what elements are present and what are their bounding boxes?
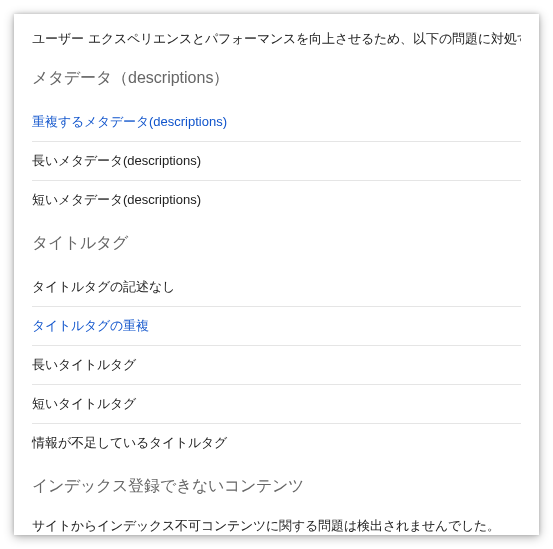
item-insufficient-titletag[interactable]: 情報が不足しているタイトルタグ xyxy=(32,424,521,462)
item-missing-titletag[interactable]: タイトルタグの記述なし xyxy=(32,268,521,307)
item-long-meta[interactable]: 長いメタデータ(descriptions) xyxy=(32,142,521,181)
item-duplicate-titletag[interactable]: タイトルタグの重複 xyxy=(32,307,521,346)
section-nonindexable-title: インデックス登録できないコンテンツ xyxy=(32,476,521,497)
html-improvements-panel: ユーザー エクスペリエンスとパフォーマンスを向上させるため、以下の問題に対処する… xyxy=(14,14,539,535)
item-short-titletag[interactable]: 短いタイトルタグ xyxy=(32,385,521,424)
item-short-meta[interactable]: 短いメタデータ(descriptions) xyxy=(32,181,521,219)
nonindexable-message: サイトからインデックス不可コンテンツに関する問題は検出されませんでした。 xyxy=(32,511,521,535)
section-titletag-title: タイトルタグ xyxy=(32,233,521,254)
intro-text: ユーザー エクスペリエンスとパフォーマンスを向上させるため、以下の問題に対処する… xyxy=(32,30,521,48)
section-meta-title: メタデータ（descriptions） xyxy=(32,68,521,89)
item-long-titletag[interactable]: 長いタイトルタグ xyxy=(32,346,521,385)
item-duplicate-meta[interactable]: 重複するメタデータ(descriptions) xyxy=(32,103,521,142)
